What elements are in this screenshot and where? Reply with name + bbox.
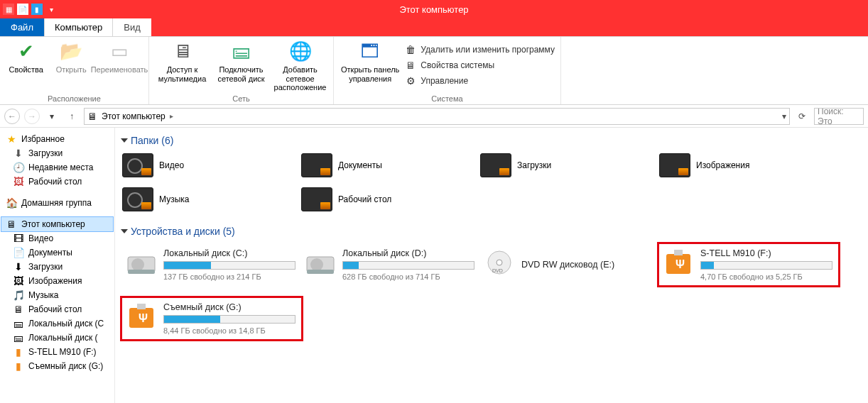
usb-icon: ▮	[13, 360, 24, 372]
manage-button[interactable]: ⚙ Управление	[405, 74, 555, 88]
sidebar-desktop2[interactable]: 🖥Рабочий стол	[1, 302, 113, 316]
qat-icon-1[interactable]: ▦	[3, 4, 14, 15]
documents-icon: 📄	[13, 247, 24, 258]
sidebar-local-disk-d[interactable]: 🖴Локальный диск (	[1, 331, 113, 345]
desktop-icon: 🖼	[13, 176, 24, 187]
ribbon: ✔ Свойства 📂 Открыть ▭ Переименовать Рас…	[0, 37, 868, 105]
svg-point-4	[310, 258, 323, 271]
sidebar-removable-g[interactable]: ▮Съемный диск (G:)	[1, 359, 113, 373]
usage-bar	[163, 315, 295, 324]
breadcrumb[interactable]: Этот компьютер	[102, 111, 166, 121]
folders-grid: Видео Документы Загрузки Изображения Муз…	[122, 153, 861, 211]
sidebar-local-disk-c[interactable]: 🖴Локальный диск (C	[1, 316, 113, 331]
group-network: 🖥 Доступ к мультимедиа 🖴 Подключить сете…	[149, 37, 334, 104]
svg-rect-10	[674, 250, 683, 255]
qat-icon-3[interactable]: ▮	[31, 4, 43, 15]
usage-bar	[700, 261, 832, 270]
control-panel-button[interactable]: 🗔 Открыть панель управления	[340, 40, 401, 83]
svg-point-7	[497, 260, 502, 265]
sidebar-homegroup[interactable]: 🏠Домашняя группа	[1, 196, 113, 210]
sidebar-video[interactable]: 🎞Видео	[1, 231, 113, 245]
folder-desktop[interactable]: Рабочий стол	[301, 187, 480, 211]
drive-local-d[interactable]: Локальный диск (D:) 628 ГБ свободно из 7…	[301, 244, 480, 285]
map-drive-button[interactable]: 🖴 Подключить сетевой диск	[214, 40, 268, 83]
music-icon: 🎵	[13, 289, 24, 301]
add-network-location-button[interactable]: 🌐 Добавить сетевое расположение	[273, 40, 327, 92]
section-header-drives[interactable]: Устройства и диски (5)	[122, 226, 861, 237]
folder-music[interactable]: Музыка	[122, 187, 301, 211]
tab-view[interactable]: Вид	[113, 18, 151, 36]
drives-grid: Локальный диск (C:) 137 ГБ свободно из 2…	[122, 244, 861, 339]
folder-pictures[interactable]: Изображения	[659, 153, 838, 177]
system-properties-button[interactable]: 🖥 Свойства системы	[405, 58, 555, 72]
sidebar-music[interactable]: 🎵Музыка	[1, 288, 113, 302]
window-title: Этот компьютер	[399, 4, 468, 15]
group-network-label: Сеть	[155, 93, 327, 103]
dvd-icon: DVD	[484, 248, 514, 277]
rename-button[interactable]: ▭ Переименовать	[96, 40, 143, 74]
refresh-button[interactable]: ⟳	[794, 109, 810, 124]
tab-computer[interactable]: Компьютер	[44, 18, 113, 36]
clock-icon: 🕘	[13, 162, 24, 173]
sidebar-this-pc[interactable]: 🖥Этот компьютер	[1, 217, 113, 231]
uninstall-icon: 🗑	[405, 44, 416, 55]
rename-icon: ▭	[107, 40, 131, 64]
up-button[interactable]: ↑	[64, 109, 80, 124]
download-icon: ⬇	[13, 261, 24, 272]
title-bar: ▦ 📄 ▮ ▾ Этот компьютер	[0, 0, 868, 18]
main-pane: Папки (6) Видео Документы Загрузки Изобр…	[115, 128, 868, 403]
properties-button[interactable]: ✔ Свойства	[6, 40, 47, 74]
svg-point-1	[131, 258, 144, 271]
address-bar[interactable]: 🖥 Этот компьютер ▸ ▾	[84, 108, 790, 125]
quick-access-toolbar: ▦ 📄 ▮ ▾	[0, 4, 57, 15]
sidebar-pictures[interactable]: 🖼Изображения	[1, 274, 113, 288]
hdd-icon	[305, 248, 335, 277]
properties-icon: ✔	[14, 40, 38, 64]
sidebar-recent[interactable]: 🕘Недавние места	[1, 160, 113, 175]
recent-locations-button[interactable]: ▾	[44, 109, 60, 124]
open-button[interactable]: 📂 Открыть	[51, 40, 92, 74]
section-header-folders[interactable]: Папки (6)	[122, 135, 861, 146]
sidebar-stell-f[interactable]: ▮S-TELL M910 (F:)	[1, 345, 113, 359]
address-dropdown-icon[interactable]: ▾	[782, 111, 786, 121]
svg-text:DVD: DVD	[492, 268, 503, 273]
uninstall-button[interactable]: 🗑 Удалить или изменить программу	[405, 43, 555, 57]
drive-removable-g[interactable]: Ψ Съемный диск (G:) 8,44 ГБ свободно из …	[122, 298, 301, 339]
drive-local-c[interactable]: Локальный диск (C:) 137 ГБ свободно из 2…	[122, 244, 301, 285]
desktop-icon: 🖥	[13, 304, 24, 315]
homegroup-icon: 🏠	[6, 197, 17, 209]
thispc-icon: 🖥	[87, 111, 97, 122]
breadcrumb-chevron-icon[interactable]: ▸	[170, 112, 173, 120]
map-drive-icon: 🖴	[229, 40, 254, 64]
navigation-pane: ★Избранное ⬇Загрузки 🕘Недавние места 🖼Ра…	[0, 128, 115, 403]
drive-stell-f[interactable]: Ψ S-TELL M910 (F:) 4,70 ГБ свободно из 5…	[659, 244, 838, 285]
qat-icon-2[interactable]: 📄	[17, 4, 28, 15]
hdd-icon: 🖴	[13, 318, 24, 329]
svg-text:Ψ: Ψ	[676, 258, 685, 270]
usage-bar	[163, 261, 295, 270]
content-area: ★Избранное ⬇Загрузки 🕘Недавние места 🖼Ра…	[0, 128, 868, 403]
qat-dropdown-icon[interactable]: ▾	[45, 4, 57, 15]
star-icon: ★	[6, 133, 17, 145]
sidebar-documents[interactable]: 📄Документы	[1, 245, 113, 260]
sidebar-downloads2[interactable]: ⬇Загрузки	[1, 260, 113, 274]
search-input[interactable]: Поиск: Это	[814, 108, 864, 125]
drive-dvd-e[interactable]: DVD DVD RW дисковод (E:)	[480, 244, 659, 285]
group-system: 🗔 Открыть панель управления 🗑 Удалить ил…	[334, 37, 561, 104]
sidebar-desktop[interactable]: 🖼Рабочий стол	[1, 175, 113, 189]
forward-button[interactable]: →	[24, 109, 40, 124]
group-location: ✔ Свойства 📂 Открыть ▭ Переименовать Рас…	[0, 37, 149, 104]
group-system-label: Система	[340, 93, 555, 103]
media-icon: 🖥	[170, 40, 195, 64]
usb-icon: ▮	[13, 346, 24, 358]
pictures-icon: 🖼	[13, 275, 24, 287]
media-access-button[interactable]: 🖥 Доступ к мультимедиа	[155, 40, 210, 83]
folder-video[interactable]: Видео	[122, 153, 301, 177]
hdd-icon: 🖴	[13, 332, 24, 343]
folder-downloads[interactable]: Загрузки	[480, 153, 659, 177]
folder-documents[interactable]: Документы	[301, 153, 480, 177]
tab-file[interactable]: Файл	[0, 18, 44, 36]
back-button[interactable]: ←	[4, 109, 20, 124]
sidebar-downloads[interactable]: ⬇Загрузки	[1, 146, 113, 160]
sidebar-favorites[interactable]: ★Избранное	[1, 132, 113, 146]
